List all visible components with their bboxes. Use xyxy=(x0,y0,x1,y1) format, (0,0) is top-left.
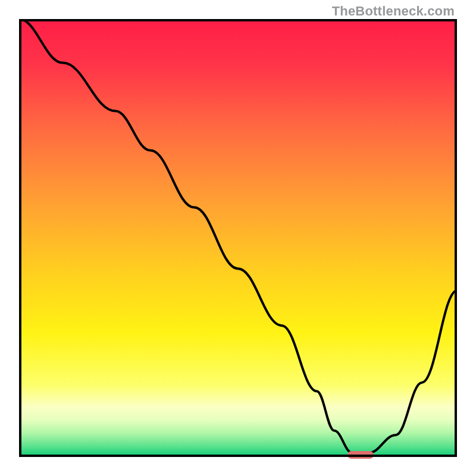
attribution-watermark: TheBottleneck.com xyxy=(332,4,455,19)
chart-container: TheBottleneck.com xyxy=(0,0,476,476)
plot-area xyxy=(19,19,457,457)
sweet-spot-marker xyxy=(347,451,374,459)
heat-gradient-background xyxy=(21,21,455,455)
